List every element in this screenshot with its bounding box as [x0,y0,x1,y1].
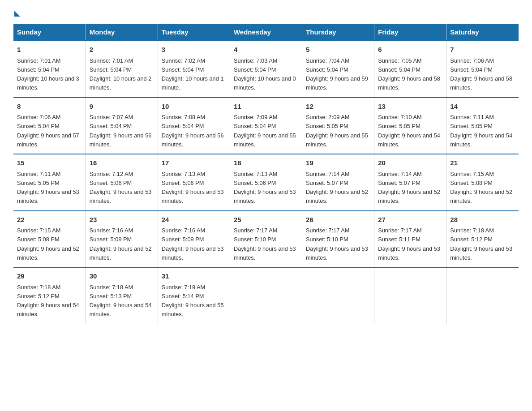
day-number: 25 [234,215,298,225]
column-header-saturday: Saturday [446,24,519,41]
calendar-cell: 24Sunrise: 7:16 AMSunset: 5:09 PMDayligh… [158,211,230,268]
day-info: Sunrise: 7:14 AMSunset: 5:07 PMDaylight:… [378,171,440,205]
week-row-5: 29Sunrise: 7:18 AMSunset: 5:12 PMDayligh… [13,267,519,324]
calendar-cell: 16Sunrise: 7:12 AMSunset: 5:06 PMDayligh… [86,154,158,211]
day-number: 9 [90,102,154,112]
calendar-cell: 12Sunrise: 7:09 AMSunset: 5:05 PMDayligh… [302,98,374,154]
day-info: Sunrise: 7:16 AMSunset: 5:09 PMDaylight:… [162,227,224,261]
calendar-cell [302,267,374,324]
day-info: Sunrise: 7:05 AMSunset: 5:04 PMDaylight:… [378,57,440,91]
day-number: 4 [234,45,298,55]
day-number: 6 [378,45,442,55]
day-info: Sunrise: 7:13 AMSunset: 5:06 PMDaylight:… [234,171,296,205]
day-info: Sunrise: 7:11 AMSunset: 5:05 PMDaylight:… [450,114,512,148]
day-info: Sunrise: 7:04 AMSunset: 5:04 PMDaylight:… [306,57,368,91]
calendar-cell: 13Sunrise: 7:10 AMSunset: 5:05 PMDayligh… [374,98,446,154]
week-row-1: 1Sunrise: 7:01 AMSunset: 5:04 PMDaylight… [13,41,519,98]
calendar-cell: 10Sunrise: 7:08 AMSunset: 5:04 PMDayligh… [158,98,230,154]
day-info: Sunrise: 7:03 AMSunset: 5:04 PMDaylight:… [234,57,296,91]
day-number: 15 [17,158,82,168]
day-number: 10 [162,102,226,112]
day-info: Sunrise: 7:08 AMSunset: 5:04 PMDaylight:… [162,114,224,148]
logo [13,9,20,16]
day-info: Sunrise: 7:18 AMSunset: 5:13 PMDaylight:… [90,284,152,318]
day-info: Sunrise: 7:02 AMSunset: 5:04 PMDaylight:… [162,57,224,91]
calendar-cell: 20Sunrise: 7:14 AMSunset: 5:07 PMDayligh… [374,154,446,211]
day-number: 20 [378,158,442,168]
day-number: 18 [234,158,298,168]
calendar-cell [230,267,302,324]
day-number: 11 [234,102,298,112]
day-info: Sunrise: 7:07 AMSunset: 5:04 PMDaylight:… [90,114,152,148]
calendar-cell: 22Sunrise: 7:15 AMSunset: 5:08 PMDayligh… [13,211,86,268]
calendar-cell: 11Sunrise: 7:09 AMSunset: 5:04 PMDayligh… [230,98,302,154]
day-number: 26 [306,215,370,225]
day-info: Sunrise: 7:17 AMSunset: 5:10 PMDaylight:… [234,227,296,261]
day-number: 5 [306,45,370,55]
calendar-cell: 27Sunrise: 7:17 AMSunset: 5:11 PMDayligh… [374,211,446,268]
day-info: Sunrise: 7:19 AMSunset: 5:14 PMDaylight:… [162,284,224,318]
day-number: 8 [17,102,82,112]
day-number: 19 [306,158,370,168]
calendar-cell: 3Sunrise: 7:02 AMSunset: 5:04 PMDaylight… [158,41,230,98]
calendar-cell: 19Sunrise: 7:14 AMSunset: 5:07 PMDayligh… [302,154,374,211]
calendar-cell [374,267,446,324]
calendar-cell: 23Sunrise: 7:16 AMSunset: 5:09 PMDayligh… [86,211,158,268]
day-info: Sunrise: 7:13 AMSunset: 5:06 PMDaylight:… [162,171,224,205]
logo-triangle-icon [14,11,20,17]
day-info: Sunrise: 7:06 AMSunset: 5:04 PMDaylight:… [450,57,512,91]
calendar-cell: 18Sunrise: 7:13 AMSunset: 5:06 PMDayligh… [230,154,302,211]
day-number: 28 [450,215,515,225]
day-info: Sunrise: 7:10 AMSunset: 5:05 PMDaylight:… [378,114,440,148]
day-info: Sunrise: 7:15 AMSunset: 5:08 PMDaylight:… [450,171,512,205]
calendar-cell: 21Sunrise: 7:15 AMSunset: 5:08 PMDayligh… [446,154,519,211]
day-info: Sunrise: 7:12 AMSunset: 5:06 PMDaylight:… [90,171,152,205]
day-info: Sunrise: 7:16 AMSunset: 5:09 PMDaylight:… [90,227,152,261]
calendar-cell: 7Sunrise: 7:06 AMSunset: 5:04 PMDaylight… [446,41,519,98]
day-number: 23 [90,215,154,225]
day-number: 24 [162,215,226,225]
calendar-cell [446,267,519,324]
day-number: 2 [90,45,154,55]
day-number: 3 [162,45,226,55]
day-number: 21 [450,158,515,168]
calendar-cell: 14Sunrise: 7:11 AMSunset: 5:05 PMDayligh… [446,98,519,154]
day-number: 29 [17,271,82,282]
day-info: Sunrise: 7:18 AMSunset: 5:12 PMDaylight:… [450,227,512,261]
column-header-wednesday: Wednesday [230,24,302,41]
page-header [13,9,519,16]
day-info: Sunrise: 7:18 AMSunset: 5:12 PMDaylight:… [17,284,79,318]
day-number: 30 [90,271,154,282]
calendar-cell: 29Sunrise: 7:18 AMSunset: 5:12 PMDayligh… [13,267,86,324]
calendar-cell: 2Sunrise: 7:01 AMSunset: 5:04 PMDaylight… [86,41,158,98]
day-info: Sunrise: 7:09 AMSunset: 5:04 PMDaylight:… [234,114,296,148]
calendar-cell: 1Sunrise: 7:01 AMSunset: 5:04 PMDaylight… [13,41,86,98]
day-info: Sunrise: 7:15 AMSunset: 5:08 PMDaylight:… [17,227,79,261]
column-header-tuesday: Tuesday [158,24,230,41]
day-number: 14 [450,102,515,112]
day-info: Sunrise: 7:17 AMSunset: 5:10 PMDaylight:… [306,227,368,261]
day-info: Sunrise: 7:01 AMSunset: 5:04 PMDaylight:… [90,57,152,91]
day-number: 13 [378,102,442,112]
header-row: SundayMondayTuesdayWednesdayThursdayFrid… [13,24,519,41]
column-header-monday: Monday [86,24,158,41]
calendar-cell: 6Sunrise: 7:05 AMSunset: 5:04 PMDaylight… [374,41,446,98]
calendar-cell: 8Sunrise: 7:06 AMSunset: 5:04 PMDaylight… [13,98,86,154]
day-info: Sunrise: 7:09 AMSunset: 5:05 PMDaylight:… [306,114,368,148]
day-number: 31 [162,271,226,282]
calendar-cell: 17Sunrise: 7:13 AMSunset: 5:06 PMDayligh… [158,154,230,211]
day-number: 7 [450,45,515,55]
day-info: Sunrise: 7:14 AMSunset: 5:07 PMDaylight:… [306,171,368,205]
column-header-sunday: Sunday [13,24,86,41]
week-row-2: 8Sunrise: 7:06 AMSunset: 5:04 PMDaylight… [13,98,519,154]
column-header-thursday: Thursday [302,24,374,41]
day-number: 12 [306,102,370,112]
calendar-cell: 25Sunrise: 7:17 AMSunset: 5:10 PMDayligh… [230,211,302,268]
calendar-cell: 28Sunrise: 7:18 AMSunset: 5:12 PMDayligh… [446,211,519,268]
day-number: 17 [162,158,226,168]
day-number: 27 [378,215,442,225]
calendar-table: SundayMondayTuesdayWednesdayThursdayFrid… [13,24,519,324]
calendar-cell: 9Sunrise: 7:07 AMSunset: 5:04 PMDaylight… [86,98,158,154]
week-row-3: 15Sunrise: 7:11 AMSunset: 5:05 PMDayligh… [13,154,519,211]
calendar-cell: 30Sunrise: 7:18 AMSunset: 5:13 PMDayligh… [86,267,158,324]
